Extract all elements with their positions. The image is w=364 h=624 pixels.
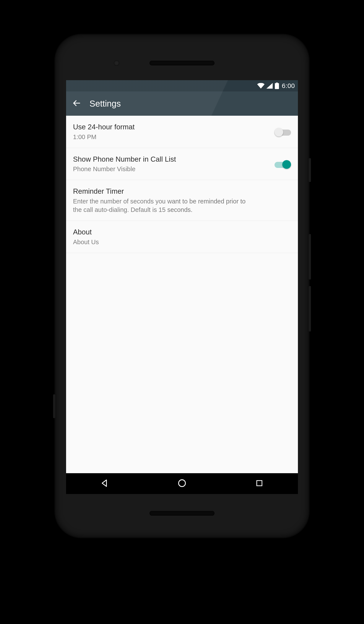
settings-list: Use 24-hour format 1:00 PM Show Phone Nu…: [66, 116, 298, 473]
triangle-back-icon: [100, 479, 109, 488]
app-bar: Settings: [66, 91, 298, 116]
nav-recent-button[interactable]: [246, 477, 272, 490]
setting-24-hour-format[interactable]: Use 24-hour format 1:00 PM: [66, 116, 298, 148]
setting-subtitle: Phone Number Visible: [73, 165, 275, 173]
setting-title: Reminder Timer: [73, 186, 291, 196]
status-bar: 6:00: [66, 80, 298, 91]
setting-title: Show Phone Number in Call List: [73, 155, 275, 164]
page-title: Settings: [89, 99, 121, 108]
setting-subtitle: About Us: [73, 238, 291, 246]
wifi-icon: [257, 83, 264, 89]
status-time: 6:00: [282, 82, 295, 89]
setting-about[interactable]: About About Us: [66, 221, 298, 253]
nav-home-button[interactable]: [169, 477, 195, 490]
svg-point-3: [179, 480, 185, 487]
circle-home-icon: [178, 479, 186, 489]
setting-show-phone-number[interactable]: Show Phone Number in Call List Phone Num…: [66, 148, 298, 180]
side-button: [309, 286, 311, 332]
phone-frame: 6:00 Settings Use 24-hour format 1:00 PM: [55, 35, 309, 537]
toggle-show-phone-number[interactable]: [275, 160, 291, 168]
setting-title: Use 24-hour format: [73, 122, 275, 132]
cellular-icon: [266, 83, 273, 89]
setting-subtitle: 1:00 PM: [73, 133, 275, 141]
setting-subtitle: Enter the number of seconds you want to …: [73, 197, 251, 214]
svg-rect-4: [257, 481, 262, 486]
side-button: [309, 158, 311, 182]
square-recent-icon: [256, 479, 263, 488]
back-button[interactable]: [71, 98, 82, 109]
nav-bar: [66, 473, 298, 494]
svg-rect-0: [275, 83, 279, 89]
front-camera: [114, 60, 119, 66]
setting-reminder-timer[interactable]: Reminder Timer Enter the number of secon…: [66, 180, 298, 221]
arrow-left-icon: [72, 99, 81, 108]
earpiece-speaker: [150, 61, 214, 65]
setting-title: About: [73, 227, 291, 237]
battery-icon: [275, 82, 279, 89]
nav-back-button[interactable]: [92, 477, 118, 490]
bottom-speaker: [150, 511, 214, 516]
side-button: [53, 394, 55, 418]
side-button: [309, 234, 311, 280]
screen: 6:00 Settings Use 24-hour format 1:00 PM: [66, 80, 298, 494]
svg-rect-1: [276, 82, 278, 83]
toggle-24-hour-format[interactable]: [275, 127, 291, 136]
